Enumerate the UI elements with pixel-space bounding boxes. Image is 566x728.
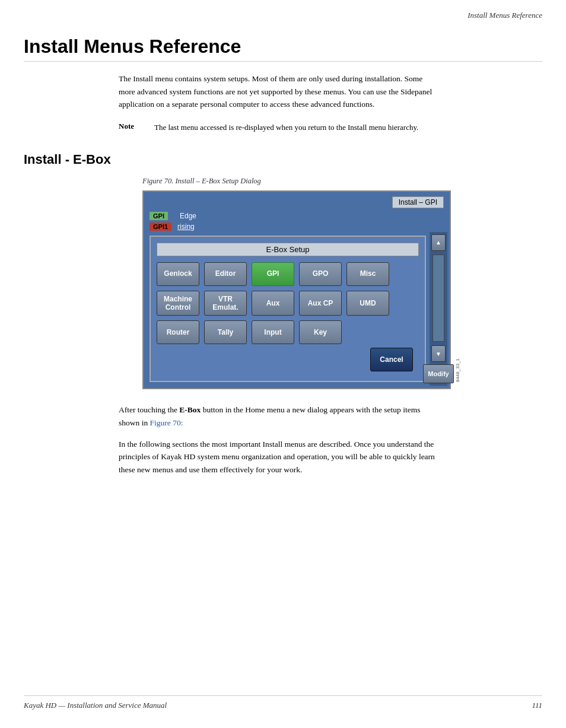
gpi-tag: GPI: [150, 212, 168, 220]
btn-aux-cp[interactable]: Aux CP: [299, 291, 342, 316]
btn-input[interactable]: Input: [252, 320, 294, 344]
after-text-2: In the following sections the most impor…: [119, 438, 439, 476]
btn-tally[interactable]: Tally: [204, 320, 247, 344]
footer-right: 111: [532, 701, 542, 710]
cancel-button[interactable]: Cancel: [370, 348, 413, 371]
dialog-outer: Install – GPI GPI Edge GPI1 rising E-Box…: [142, 190, 451, 390]
scroll-down-button[interactable]: ▼: [431, 345, 446, 362]
btn-gpo[interactable]: GPO: [299, 262, 342, 286]
scroll-up-button[interactable]: ▲: [431, 234, 446, 251]
modify-button[interactable]: Modify: [423, 364, 454, 383]
after-text-1: After touching the E-Box button in the H…: [119, 403, 439, 429]
btn-gpi[interactable]: GPI: [252, 262, 294, 286]
ebox-title: E-Box Setup: [157, 243, 419, 256]
btn-router[interactable]: Router: [157, 320, 199, 344]
page-header: Install Menus Reference: [468, 11, 542, 20]
gpi1-row: GPI1 rising: [146, 221, 447, 232]
figure-70-link[interactable]: Figure 70:: [150, 418, 183, 427]
btn-key[interactable]: Key: [299, 320, 342, 344]
install-gpi-label: Install – GPI: [392, 196, 444, 208]
btn-empty: [346, 320, 389, 344]
rising-text: rising: [177, 222, 195, 231]
button-grid: Genlock Editor GPI GPO Misc Machine Cont…: [157, 262, 419, 345]
btn-umd[interactable]: UMD: [346, 291, 389, 316]
section-title: Install - E-Box: [24, 152, 542, 167]
dialog-container: Install – GPI GPI Edge GPI1 rising E-Box…: [142, 190, 451, 390]
edge-text: Edge: [180, 212, 196, 220]
button-row-1: Genlock Editor GPI GPO Misc: [157, 262, 419, 286]
header-title: Install Menus Reference: [468, 11, 542, 20]
scroll-track: [433, 255, 444, 342]
figure-caption: Figure 70. Install – E-Box Setup Dialog: [142, 177, 542, 186]
btn-machine-control[interactable]: Machine Control: [157, 291, 199, 316]
ebox-panel-wrapper: E-Box Setup Genlock Editor GPI GPO Misc: [146, 232, 430, 386]
ebox-panel: E-Box Setup Genlock Editor GPI GPO Misc: [150, 236, 426, 383]
dialog-scrollbar: ▲ ▼ Modify: [430, 232, 447, 386]
note-label: Note: [119, 122, 142, 134]
figure-id-text: 8448_33_1: [455, 358, 460, 382]
btn-misc[interactable]: Misc: [346, 262, 389, 286]
intro-paragraph: The Install menu contains system setups.…: [119, 72, 439, 111]
gpi-edge-row: GPI Edge: [146, 211, 447, 221]
note-block: Note The last menu accessed is re-displa…: [119, 122, 439, 134]
btn-aux[interactable]: Aux: [252, 291, 294, 316]
button-row-2: Machine Control VTR Emulat. Aux Aux CP U…: [157, 291, 419, 316]
dialog-topbar: Install – GPI: [146, 194, 447, 209]
button-row-3: Router Tally Input Key: [157, 320, 419, 344]
page-footer: Kayak HD — Installation and Service Manu…: [24, 695, 542, 710]
footer-left: Kayak HD — Installation and Service Manu…: [24, 701, 167, 710]
cancel-row: Cancel: [157, 344, 419, 373]
btn-vtr-emulat[interactable]: VTR Emulat.: [204, 291, 247, 316]
gpi1-tag: GPI1: [150, 222, 171, 231]
page-title: Install Menus Reference: [24, 36, 542, 62]
dialog-body: E-Box Setup Genlock Editor GPI GPO Misc: [146, 232, 447, 386]
note-text: The last menu accessed is re-displayed w…: [154, 122, 418, 134]
btn-genlock[interactable]: Genlock: [157, 262, 199, 286]
btn-editor[interactable]: Editor: [204, 262, 247, 286]
